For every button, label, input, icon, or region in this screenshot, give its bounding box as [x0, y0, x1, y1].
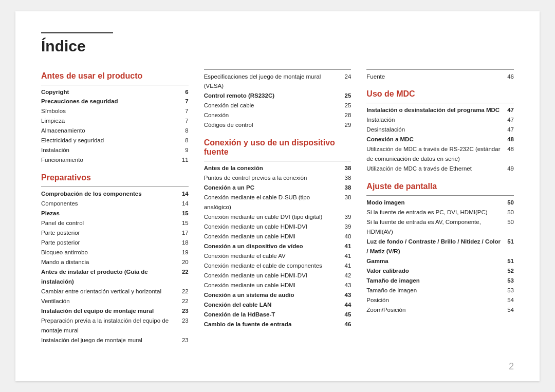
toc-page-number: 29	[339, 120, 351, 130]
toc-label: Conexión mediante un cable HDMI	[204, 281, 339, 290]
toc-label: Panel de control	[41, 218, 176, 228]
toc-page-number: 45	[339, 310, 351, 320]
toc-item: Parte posterior18	[41, 238, 189, 248]
toc-label: Conexión del cable	[204, 101, 339, 110]
toc-item: Instalación del equipo de montaje mural2…	[41, 306, 189, 316]
section-title: Preparativos	[41, 173, 189, 182]
toc-item: Conexión28	[204, 110, 351, 120]
page-number: 2	[509, 361, 514, 372]
toc-page-number: 38	[339, 173, 351, 183]
toc-label: Antes de instalar el producto (Guía de i…	[41, 267, 176, 287]
toc-item: Mando a distancia20	[41, 257, 189, 267]
toc-item: Ventilación22	[41, 296, 189, 306]
toc-label: Parte posterior	[41, 238, 176, 248]
toc-item: Conexión mediante un cable HDMI-DVI42	[204, 271, 351, 281]
toc-item: Desinstalación47	[366, 125, 514, 135]
toc-page-number: 46	[502, 72, 514, 82]
toc-page-number: 50	[502, 217, 514, 227]
toc-label: Valor calibrado	[366, 266, 502, 276]
toc-label: Copyright	[41, 87, 176, 97]
toc-label: Cambiar entre orientación vertical y hor…	[41, 287, 176, 296]
toc-page-number: 50	[502, 198, 514, 208]
toc-label: Utilización de MDC a través de Ethernet	[366, 164, 502, 174]
toc-item: Limpieza7	[41, 116, 189, 126]
toc-item: Copyright6	[41, 87, 189, 97]
column-1: Antes de usar el productoCopyright6Preca…	[41, 69, 204, 362]
toc-label: Funcionamiento	[41, 155, 176, 165]
toc-page-number: 22	[176, 287, 189, 296]
toc-item: Antes de instalar el producto (Guía de i…	[41, 267, 189, 287]
section-title: Uso de MDC	[366, 89, 514, 99]
toc-page-number: 48	[502, 144, 514, 154]
toc-label: Conexión a un dispositivo de vídeo	[204, 241, 339, 251]
toc-label: Conexión mediante un cable DVI (tipo dig…	[204, 212, 339, 222]
toc-page-number: 22	[176, 267, 189, 277]
section-title: Antes de usar el producto	[41, 71, 189, 81]
toc-item: Antes de la conexión38	[204, 163, 351, 173]
toc-page-number: 8	[176, 126, 189, 136]
page-title: Índice	[41, 38, 514, 55]
toc-label: Comprobación de los componentes	[41, 189, 176, 199]
toc-page-number: 53	[502, 276, 514, 286]
toc-label: Instalación	[41, 145, 176, 155]
toc-item: Si la fuente de entrada es PC, DVI, HDMI…	[366, 208, 514, 217]
toc-label: Mando a distancia	[41, 257, 176, 267]
toc-page-number: 14	[176, 199, 189, 209]
toc-page-number: 52	[502, 266, 514, 276]
toc-page-number: 42	[339, 271, 351, 281]
toc-page-number: 18	[176, 238, 189, 248]
toc-label: Instalación	[366, 115, 502, 125]
toc-label: Conexión de la HdBase-T	[204, 310, 339, 320]
toc-page-number: 17	[176, 228, 189, 238]
section-title: Conexión y uso de un dispositivo fuente	[204, 138, 351, 157]
toc-page-number: 47	[502, 125, 514, 135]
toc-label: Parte posterior	[41, 228, 176, 238]
divider	[204, 161, 351, 161]
toc-page-number: 22	[176, 296, 189, 306]
toc-item: Tamaño de imagen53	[366, 276, 514, 286]
toc-label: Conexión mediante un cable HDMI-DVI	[204, 222, 339, 232]
toc-page-number: 28	[339, 110, 351, 120]
toc-label: Si la fuente de entrada es AV, Component…	[366, 217, 502, 237]
toc-item: Componentes14	[41, 199, 189, 209]
toc-label: Conexión del cable LAN	[204, 300, 339, 310]
toc-label: Modo imagen	[366, 198, 502, 208]
toc-item: Funcionamiento11	[41, 155, 189, 165]
toc-label: Conexión mediante el cable D-SUB (tipo a…	[204, 193, 339, 212]
toc-label: Preparación previa a la instalación del …	[41, 316, 176, 335]
toc-item: Almacenamiento8	[41, 126, 189, 136]
toc-label: Especificaciones del juego de montaje mu…	[204, 72, 339, 91]
toc-item: Conexión mediante el cable D-SUB (tipo a…	[204, 193, 351, 212]
divider	[41, 186, 189, 187]
toc-page-number: 9	[176, 145, 189, 155]
toc-label: Tamaño de imagen	[366, 286, 502, 295]
toc-page-number: 6	[176, 87, 189, 97]
toc-item: Bloqueo antirrobo19	[41, 248, 189, 257]
toc-page-number: 20	[176, 257, 189, 267]
toc-item: Conexión mediante el cable AV41	[204, 251, 351, 261]
toc-item: Piezas15	[41, 209, 189, 218]
toc-item: Conexión a MDC48	[366, 135, 514, 144]
toc-page-number: 7	[176, 106, 189, 116]
toc-page-number: 38	[339, 183, 351, 193]
toc-page-number: 41	[339, 241, 351, 251]
toc-label: Fuente	[366, 72, 502, 82]
toc-label: Electricidad y seguridad	[41, 136, 176, 145]
toc-item: Precauciones de seguridad7	[41, 97, 189, 106]
toc-label: Antes de la conexión	[204, 163, 339, 173]
toc-item: Cambio de la fuente de entrada46	[204, 320, 351, 329]
toc-item: Cambiar entre orientación vertical y hor…	[41, 287, 189, 296]
toc-page-number: 23	[176, 306, 189, 316]
toc-page-number: 11	[176, 155, 189, 165]
toc-page-number: 15	[176, 218, 189, 228]
toc-page-number: 39	[339, 212, 351, 222]
toc-page-number: 40	[339, 232, 351, 241]
toc-label: Conexión mediante el cable AV	[204, 251, 339, 261]
toc-label: Instalación o desinstalación del program…	[366, 105, 502, 115]
toc-label: Utilización de MDC a través de RS-232C (…	[366, 144, 502, 164]
toc-label: Conexión mediante un cable HDMI-DVI	[204, 271, 339, 281]
toc-label: Símbolos	[41, 106, 176, 116]
toc-item: Instalación47	[366, 115, 514, 125]
toc-item: Luz de fondo / Contraste / Brillo / Niti…	[366, 237, 514, 256]
toc-item: Utilización de MDC a través de RS-232C (…	[366, 144, 514, 164]
